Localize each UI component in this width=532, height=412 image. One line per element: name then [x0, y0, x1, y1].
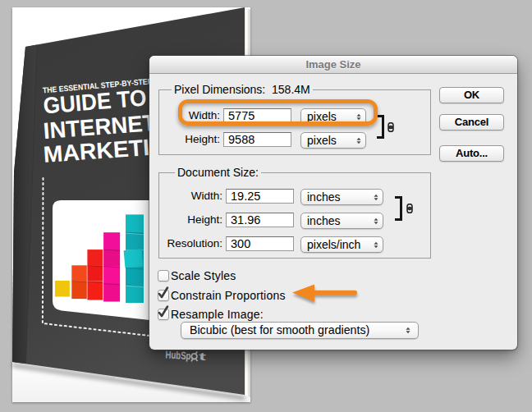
svg-text:HubSp: HubSp [165, 348, 191, 362]
